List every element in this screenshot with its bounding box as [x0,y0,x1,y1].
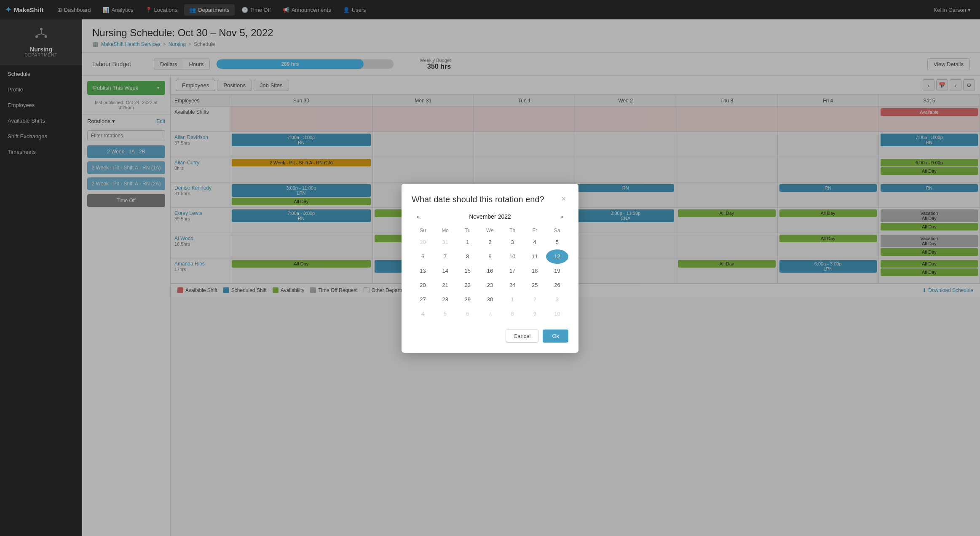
calendar-day[interactable]: 12 [546,249,568,264]
calendar-day[interactable]: 20 [412,278,434,292]
calendar-day[interactable]: 14 [434,264,456,278]
calendar-day[interactable]: 13 [412,264,434,278]
calendar-day[interactable]: 10 [501,249,524,264]
calendar-month: November 2022 [469,213,511,220]
calendar-day[interactable]: 30 [479,292,501,307]
calendar-header: « November 2022 » [412,212,568,222]
calendar-day[interactable]: 5 [546,235,568,249]
calendar-day[interactable]: 27 [412,292,434,307]
calendar-day[interactable]: 19 [546,264,568,278]
weekday-fr: Fr [524,226,546,235]
calendar-next-button[interactable]: » [557,212,567,222]
modal-close-button[interactable]: × [559,194,568,204]
calendar-day[interactable]: 4 [524,235,546,249]
weekday-we: We [479,226,501,235]
calendar-day[interactable]: 24 [501,278,524,292]
calendar-day[interactable]: 17 [501,264,524,278]
calendar-day[interactable]: 30 [412,235,434,249]
calendar-day[interactable]: 28 [434,292,456,307]
weekday-mo: Mo [434,226,456,235]
ok-button[interactable]: Ok [543,330,568,343]
calendar-day[interactable]: 29 [456,292,479,307]
calendar-day[interactable]: 7 [479,307,501,321]
modal-header: What date should this rotation end? × [412,194,568,205]
calendar-day[interactable]: 21 [434,278,456,292]
calendar-day[interactable]: 8 [456,249,479,264]
calendar-day[interactable]: 9 [524,307,546,321]
calendar-day[interactable]: 11 [524,249,546,264]
calendar-day[interactable]: 23 [479,278,501,292]
calendar-day[interactable]: 3 [501,235,524,249]
rotation-end-date-modal: What date should this rotation end? × « … [402,184,578,353]
calendar-day[interactable]: 6 [456,307,479,321]
calendar-day[interactable]: 3 [546,292,568,307]
calendar-day[interactable]: 9 [479,249,501,264]
calendar-day[interactable]: 8 [501,307,524,321]
weekday-th: Th [501,226,524,235]
calendar-day[interactable]: 18 [524,264,546,278]
modal-overlay[interactable]: What date should this rotation end? × « … [0,0,980,536]
weekday-tu: Tu [456,226,479,235]
calendar-grid: Su Mo Tu We Th Fr Sa 3031123456789101112… [412,226,568,321]
calendar-day[interactable]: 15 [456,264,479,278]
calendar-day[interactable]: 6 [412,249,434,264]
calendar-day[interactable]: 22 [456,278,479,292]
calendar-day[interactable]: 1 [456,235,479,249]
calendar-day[interactable]: 1 [501,292,524,307]
weekday-sa: Sa [546,226,568,235]
calendar-day[interactable]: 26 [546,278,568,292]
modal-actions: Cancel Ok [412,330,568,343]
calendar: « November 2022 » Su Mo Tu We Th Fr Sa [412,212,568,321]
calendar-day[interactable]: 2 [524,292,546,307]
calendar-day[interactable]: 25 [524,278,546,292]
calendar-day[interactable]: 7 [434,249,456,264]
cancel-button[interactable]: Cancel [506,330,538,343]
calendar-day[interactable]: 5 [434,307,456,321]
weekday-su: Su [412,226,434,235]
calendar-day[interactable]: 2 [479,235,501,249]
calendar-day[interactable]: 10 [546,307,568,321]
modal-title: What date should this rotation end? [412,194,544,205]
calendar-day[interactable]: 4 [412,307,434,321]
calendar-day[interactable]: 16 [479,264,501,278]
calendar-day[interactable]: 31 [434,235,456,249]
calendar-prev-button[interactable]: « [413,212,423,222]
